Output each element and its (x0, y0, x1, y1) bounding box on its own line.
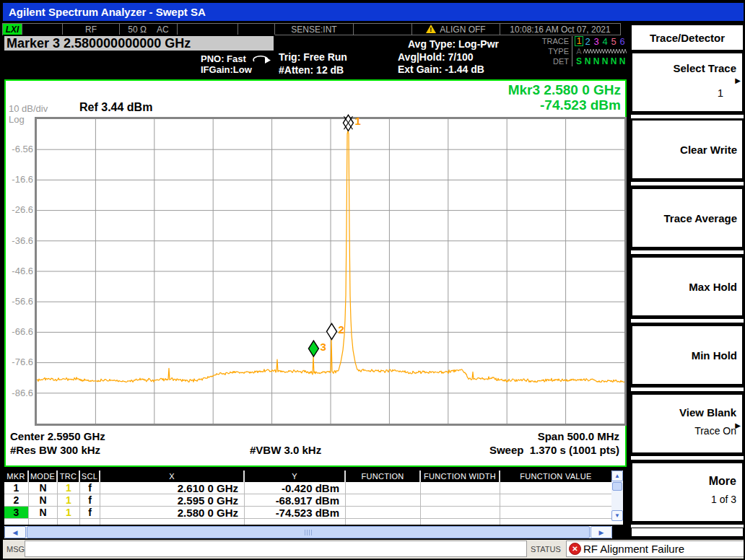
y-axis-label: -76.6 (6, 357, 33, 367)
trace-average-button[interactable]: Trace Average (631, 188, 744, 248)
trace-4-number: 4 (601, 36, 609, 47)
mode-cell: N (29, 482, 58, 494)
avg-hold-annotation: Avg|Hold: 7/100 (398, 51, 474, 63)
more-button[interactable]: More 1 of 3 (631, 462, 744, 522)
status-message: RF Alignment Failure (583, 543, 684, 555)
horizontal-scroll-thumb[interactable] (27, 526, 590, 538)
select-trace-button[interactable]: Select Trace ▶ 1 (631, 52, 744, 113)
function-width-cell (421, 494, 500, 507)
warning-icon: ! (426, 25, 437, 34)
trace-2-number: 2 (583, 36, 592, 47)
ifgain-annotation: IFGain:Low (201, 64, 252, 75)
sense-indicator: SENSE:INT (274, 23, 354, 35)
marker-freq-readout: Mkr3 2.580 0 GHz (508, 82, 621, 97)
spectrum-plot[interactable]: 123 (35, 117, 627, 426)
span-label: Span 500.0 MHz (538, 430, 619, 442)
marker-readout-green: Mkr3 2.580 0 GHz -74.523 dBm (508, 82, 621, 113)
rf-indicator: RF (62, 23, 120, 35)
error-icon: ✕ (569, 543, 581, 555)
function-cell (346, 482, 421, 494)
trace-legend: TRACE 1 2 3 4 5 6 TYPE A DET (536, 36, 628, 66)
y-cell: -68.917 dBm (245, 494, 346, 507)
scl-cell: f (80, 494, 100, 507)
submenu-arrow-icon: ▶ (735, 76, 741, 84)
avg-type-annotation: Avg Type: Log-Pwr (408, 38, 499, 50)
y-axis-label: -56.6 (6, 297, 33, 307)
clear-write-type-icon (609, 48, 618, 56)
window-title: Agilent Spectrum Analyzer - Swept SA (9, 6, 206, 18)
col-trc: TRC (58, 471, 80, 482)
trace-row-label: TRACE (536, 37, 569, 45)
function-cell (346, 494, 421, 507)
scale-type-label: Log (9, 114, 25, 125)
y-axis-label: -36.6 (6, 236, 33, 246)
y-axis-label: -26.6 (6, 205, 33, 215)
y-axis-label: -66.6 (6, 327, 33, 337)
x-cell: 2.610 0 GHz (100, 482, 245, 494)
svg-text:1: 1 (354, 115, 360, 127)
clock: 10:08:16 AM Oct 07, 2021 (500, 23, 621, 35)
menu-bottom-panel (631, 528, 744, 537)
res-bw-label: #Res BW 300 kHz (10, 444, 100, 456)
clear-write-type-icon (592, 48, 601, 56)
menu-header: Trace/Detector (631, 25, 744, 51)
col-x: X (100, 471, 245, 482)
view-blank-value: Trace On (694, 425, 736, 437)
x-cell: 2.580 0 GHz (100, 507, 245, 519)
scroll-right-button[interactable]: ▶ (591, 526, 612, 538)
trace-1-detector: S (575, 56, 583, 66)
col-function-width: FUNCTION WIDTH (421, 471, 500, 482)
table-horizontal-scrollbar[interactable]: ◀ ▶ (4, 526, 612, 538)
marker-row-3[interactable]: 3 N 1 f 2.580 0 GHz -74.523 dBm (4, 507, 623, 519)
sweep-label: Sweep 1.370 s (1001 pts) (489, 444, 619, 456)
y-axis-label: -86.6 (6, 388, 33, 398)
clear-write-button[interactable]: Clear Write (631, 119, 744, 180)
function-width-cell (421, 482, 500, 494)
continuous-sweep-icon (250, 53, 271, 67)
lxi-indicator: LXI (2, 23, 22, 35)
function-width-cell (421, 507, 500, 519)
marker-table: MKR MODE TRC SCL X Y FUNCTION FUNCTION W… (4, 471, 623, 525)
trace-5-detector: N (609, 56, 618, 66)
trace-3-detector: N (592, 56, 601, 66)
select-trace-value: 1 (718, 87, 723, 99)
mode-cell: N (29, 494, 58, 507)
scroll-left-button[interactable]: ◀ (4, 526, 26, 538)
vertical-scroll-thumb[interactable] (612, 482, 622, 491)
trc-cell: 1 (58, 494, 80, 507)
mkr-cell-highlighted: 3 (4, 507, 29, 519)
function-value-cell (500, 507, 611, 519)
col-y: Y (245, 471, 346, 482)
status-strip: LXI RF 50 Ω AC SENSE:INT ! ALIGN OFF 10:… (3, 23, 621, 35)
title-bar: Agilent Spectrum Analyzer - Swept SA (3, 3, 745, 21)
marker-row-1[interactable]: 1 N 1 f 2.610 0 GHz -0.420 dBm (4, 482, 623, 494)
col-mkr: MKR (4, 471, 29, 482)
impedance-indicator: 50 Ω (128, 25, 147, 35)
scl-cell: f (80, 482, 100, 494)
msg-label: MSG (6, 545, 25, 554)
scroll-up-button[interactable]: ▲ (611, 471, 623, 481)
x-cell: 2.595 0 GHz (100, 494, 245, 507)
scale-per-div-label: 10 dB/div (9, 103, 48, 114)
trace-2-detector: N (583, 56, 592, 66)
table-vertical-scrollbar[interactable]: ▲ ▼ (611, 471, 623, 521)
scroll-down-button[interactable]: ▼ (611, 510, 623, 521)
marker-row-2[interactable]: 2 N 1 f 2.595 0 GHz -68.917 dBm (4, 494, 623, 507)
svg-text:3: 3 (320, 341, 326, 353)
view-blank-button[interactable]: View Blank ▶ Trace On (631, 393, 744, 454)
function-cell (346, 507, 421, 519)
function-value-cell (500, 494, 611, 507)
trace-legend-row-trace: TRACE 1 2 3 4 5 6 (536, 36, 628, 46)
max-hold-button[interactable]: Max Hold (631, 256, 744, 317)
det-row-label: DET (536, 57, 569, 66)
spectrum-display: 10 dB/div Log Ref 3.44 dBm Mkr3 2.580 0 … (4, 79, 627, 467)
view-blank-label: View Blank (679, 406, 736, 419)
center-freq-label: Center 2.5950 GHz (10, 430, 105, 442)
marker-row-empty (4, 519, 623, 525)
y-cell: -74.523 dBm (245, 507, 346, 519)
min-hold-button[interactable]: Min Hold (631, 325, 744, 385)
trace-4-detector: N (601, 56, 609, 66)
marker-ampl-readout: -74.523 dBm (508, 97, 621, 113)
marker-table-header: MKR MODE TRC SCL X Y FUNCTION FUNCTION W… (4, 471, 623, 482)
more-label: More (709, 475, 736, 488)
